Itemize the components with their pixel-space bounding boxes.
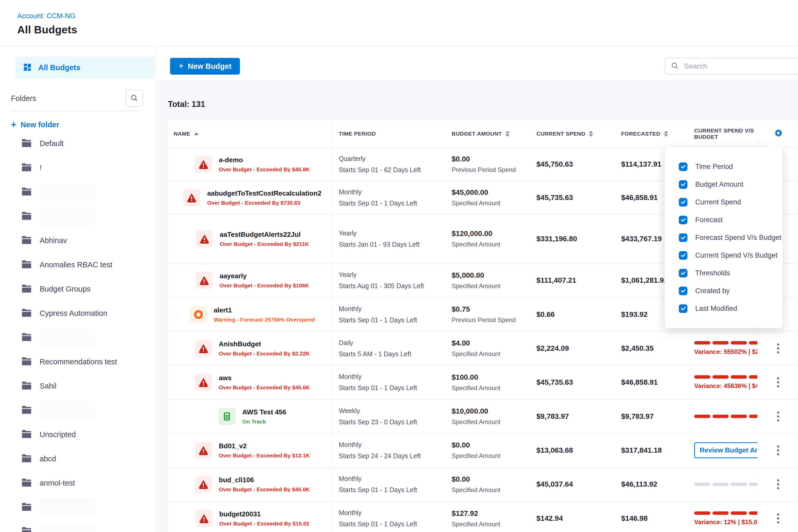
folder-item-redacted[interactable] — [0, 204, 156, 228]
new-folder-button[interactable]: + New folder — [11, 120, 156, 129]
period-detail: Starts Sep 01 - 1 Days Left — [339, 520, 444, 528]
row-menu-button[interactable] — [775, 341, 781, 356]
budget-status: On Track — [242, 419, 286, 425]
row-actions-cell — [757, 400, 798, 433]
bar-segment — [712, 511, 729, 515]
checkbox-checked-icon[interactable] — [679, 269, 687, 278]
column-header-label: Current Spend — [536, 131, 585, 137]
kebab-dot — [777, 412, 779, 414]
checkbox-checked-icon[interactable] — [679, 287, 687, 295]
budget-name-cell: aaTestBudgetAlerts22JulOver Budget - Exc… — [168, 215, 331, 263]
budget-name-cell: Bd01_v2Over Budget - Exceeded By $13.1K — [168, 434, 331, 467]
sidebar-item-label: All Budgets — [38, 63, 80, 72]
row-menu-button[interactable] — [775, 443, 781, 457]
sort-up-icon — [664, 131, 668, 133]
folder-item[interactable]: anmol-test — [0, 471, 156, 495]
row-menu-button[interactable] — [775, 511, 781, 526]
folder-item-redacted[interactable] — [0, 519, 156, 532]
budget-name: a-demo — [219, 156, 310, 164]
checkbox-checked-icon[interactable] — [679, 216, 687, 224]
column-header-forecasted[interactable]: Forecasted — [614, 120, 687, 147]
table-row[interactable]: budget20031Over Budget - Exceeded By $15… — [168, 502, 798, 532]
table-row[interactable]: AnishBudgetOver Budget - Exceeded By $2.… — [168, 332, 798, 366]
budget-name: AWS Test 456 — [242, 408, 286, 416]
row-menu-button[interactable] — [775, 477, 781, 491]
folder-search-button[interactable] — [126, 90, 143, 107]
table-row[interactable]: bud_cli106Over Budget - Exceeded By $45.… — [168, 468, 798, 502]
folder-item[interactable]: ! — [0, 156, 156, 180]
sort-icon[interactable] — [589, 131, 593, 137]
checkbox-checked-icon[interactable] — [679, 180, 687, 189]
checkbox-checked-icon[interactable] — [679, 304, 687, 313]
sort-icon[interactable] — [506, 131, 510, 137]
bar-segment — [749, 341, 757, 344]
budget-basis: Specified Amount — [452, 520, 529, 528]
folder-item-redacted[interactable] — [0, 398, 156, 422]
folder-item[interactable]: Default — [0, 131, 156, 156]
search-input[interactable] — [684, 62, 798, 71]
table-row[interactable]: Bd01_v2Over Budget - Exceeded By $13.1KM… — [168, 434, 798, 468]
plus-icon: + — [178, 60, 184, 72]
folder-item-redacted[interactable] — [0, 180, 156, 204]
folder-item-redacted[interactable] — [0, 495, 156, 519]
kebab-dot — [777, 483, 779, 485]
folder-item[interactable]: abcd — [0, 447, 156, 471]
column-toggle-forecast[interactable]: Forecast — [665, 211, 783, 229]
folder-icon — [21, 429, 32, 440]
column-toggle-time-period[interactable]: Time Period — [665, 158, 783, 175]
checkbox-checked-icon[interactable] — [679, 198, 687, 207]
budget-basis: Specified Amount — [452, 282, 529, 290]
budget-basis: Specified Amount — [452, 418, 529, 425]
current-spend: $142.94 — [536, 514, 614, 522]
column-header-current-spend[interactable]: Current Spend — [529, 120, 614, 147]
folder-item[interactable]: Abhinav — [0, 228, 156, 253]
checkbox-checked-icon[interactable] — [679, 163, 687, 171]
kebab-dot — [777, 385, 779, 387]
sidebar-item-all-budgets[interactable]: All Budgets — [15, 57, 154, 79]
plus-icon: + — [11, 120, 16, 129]
column-settings-gear-button[interactable] — [757, 120, 798, 147]
checkbox-checked-icon[interactable] — [679, 233, 687, 242]
budget-status: Over Budget - Exceeded By $106K — [220, 282, 309, 289]
folder-name: anmol-test — [40, 479, 75, 488]
new-budget-button[interactable]: + New Budget — [170, 58, 240, 75]
column-header-name[interactable]: Name — [168, 120, 331, 147]
column-header-budget-amount[interactable]: Budget Amount — [444, 120, 529, 147]
time-period-cell: YearlyStarts Aug 01 - 305 Days Left — [331, 264, 444, 297]
budget-amount: $10,000.00 — [452, 407, 529, 415]
folder-item[interactable]: Unscripted — [0, 422, 156, 447]
table-row[interactable]: AWS Test 456On TrackWeeklyStarts Sep 23 … — [168, 400, 798, 434]
column-toggle-current-spend[interactable]: Current Spend — [665, 193, 783, 211]
budget-status: Over Budget - Exceeded By $2.22K — [219, 350, 310, 357]
folder-item[interactable]: Cypress Automation — [0, 301, 156, 325]
folder-item[interactable]: Budget Groups — [0, 277, 156, 301]
bar-segment — [694, 415, 710, 418]
folder-item-redacted[interactable] — [0, 325, 156, 350]
budget-amount-cell: $100.00Specified Amount — [444, 366, 529, 399]
table-row[interactable]: awsOver Budget - Exceeded By $45.6KMonth… — [168, 366, 798, 400]
budget-basis: Previous Period Spend — [452, 166, 529, 173]
checkbox-checked-icon[interactable] — [679, 251, 687, 260]
column-toggle-budget-amount[interactable]: Budget Amount — [665, 175, 783, 193]
account-breadcrumb[interactable]: Account: CCM-NG — [17, 12, 76, 20]
sort-ascending-icon[interactable] — [194, 132, 199, 135]
folder-item[interactable]: Anomalies RBAC test — [0, 253, 156, 277]
column-toggle-created-by[interactable]: Created by — [665, 282, 783, 300]
budget-name-text: budget20031Over Budget - Exceeded By $15… — [219, 510, 309, 527]
redacted-folder-name — [40, 329, 95, 346]
budget-amount-cell: $5,000.00Specified Amount — [444, 264, 529, 297]
column-toggle-thresholds[interactable]: Thresholds — [665, 264, 783, 282]
row-menu-button[interactable] — [775, 375, 781, 390]
column-toggle-last-modified[interactable]: Last Modified — [665, 300, 783, 317]
budget-status: Over Budget - Exceeded By $735.63 — [207, 200, 321, 206]
folder-item[interactable]: Recommendations test — [0, 350, 156, 374]
review-budget-amount-button[interactable]: Review Budget Amount — [694, 442, 757, 458]
sort-icon[interactable] — [664, 131, 668, 137]
folder-name: ! — [40, 164, 42, 172]
folder-icon — [21, 308, 32, 319]
row-menu-button[interactable] — [775, 410, 781, 423]
budget-amount-cell: $0.75Previous Period Spend — [444, 298, 529, 331]
column-toggle-current-spend-v-s-budget[interactable]: Current Spend V/s Budget — [665, 246, 783, 264]
column-toggle-forecast-spend-v-s-budget[interactable]: Forecast Spend V/s Budget — [665, 229, 783, 246]
folder-item[interactable]: Sahil — [0, 374, 156, 398]
